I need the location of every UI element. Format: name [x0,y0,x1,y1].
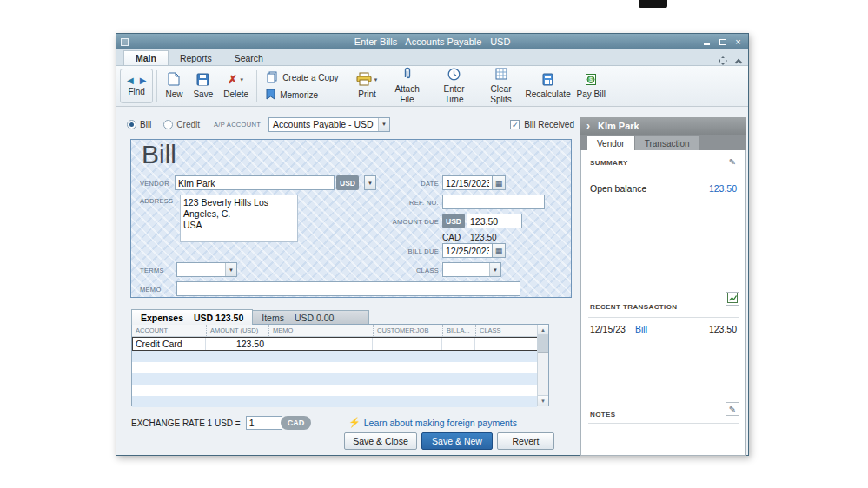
table-row-empty[interactable] [132,373,537,385]
print-icon [356,72,372,89]
pay-bill-button[interactable]: $ Pay Bill [572,67,611,105]
expand-window-icon[interactable] [719,53,727,69]
scroll-up-icon[interactable]: ▲ [538,325,548,335]
dropdown-arrow-icon: ▼ [489,263,500,276]
table-scrollbar[interactable]: ▲ ▼ [537,325,548,406]
converted-currency-label: CAD [442,233,461,242]
svg-text:$: $ [589,76,593,82]
memo-input[interactable] [176,281,520,296]
quick-report-button[interactable] [726,292,739,306]
table-row-empty[interactable] [132,351,537,362]
credit-radio[interactable] [163,120,173,129]
ref-no-input[interactable] [442,195,545,209]
collapse-panel-icon[interactable]: › [586,121,590,131]
bill-radio[interactable] [127,120,136,129]
summary-label: SUMMARY [590,159,628,167]
sidebar-panel: SUMMARY ✎ Open balance 123.50 RECENT TRA… [580,150,746,456]
vendor-input[interactable] [175,175,335,190]
address-line-2: USA [183,220,295,231]
column-account: ACCOUNT [132,325,206,336]
table-row-empty[interactable] [132,362,537,373]
cell-memo[interactable] [268,337,373,351]
sidebar-tab-transaction[interactable]: Transaction [635,136,699,150]
ap-account-label: A/P ACCOUNT [214,121,261,129]
splits-grid-icon [495,68,507,82]
tab-main[interactable]: Main [123,50,169,65]
create-copy-button[interactable]: Create a Copy [266,71,338,85]
paperclip-icon [402,67,413,83]
sidebar-tab-vendor[interactable]: Vendor [587,136,634,150]
cell-account[interactable]: Credit Card [132,337,206,351]
calendar-icon[interactable]: ▦ [493,175,506,190]
table-row[interactable]: Credit Card 123.50 [132,337,548,351]
scrollbar-thumb[interactable] [538,335,548,353]
recalculate-button[interactable]: Recalculate [525,67,572,105]
cell-class[interactable] [475,337,537,351]
class-select[interactable]: ▼ [442,262,501,277]
bill-received-checkbox[interactable]: ✓ [510,120,520,129]
ap-account-select[interactable]: Accounts Payable - USD ▼ [268,117,390,132]
delete-icon: ✗ [228,74,237,87]
recalculate-label: Recalculate [525,89,570,100]
save-new-button[interactable]: Save & New [421,432,493,450]
new-label: New [165,89,182,100]
memorize-button[interactable]: Memorize [266,89,338,102]
cell-customer-job[interactable] [373,337,442,351]
tab-items[interactable]: Items USD 0.00 [253,310,369,325]
attach-file-button[interactable]: Attach File [384,67,431,105]
collapse-ribbon-icon[interactable] [735,58,742,65]
table-row-empty[interactable] [132,396,537,407]
terms-select[interactable]: ▼ [176,262,237,277]
print-dropdown-icon[interactable]: ▼ [374,77,379,83]
table-row-empty[interactable] [132,385,537,396]
enter-time-button[interactable]: Enter Time [431,67,478,105]
column-amount: AMOUNT (USD) [206,325,268,336]
bill-due-label: BILL DUE [366,247,439,255]
bill-heading: Bill [142,140,176,169]
clear-splits-button[interactable]: Clear Splits [478,67,525,105]
revert-button[interactable]: Revert [497,432,554,450]
amount-currency-badge: USD [442,214,465,228]
screen: Enter Bills - Accounts Payable - USD × M… [0,0,868,488]
address-line-1: 123 Beverly Hills Los Angeles, C. [183,197,295,220]
expenses-table: ACCOUNT AMOUNT (USD) MEMO CUSTOMER:JOB B… [131,324,549,406]
exchange-rate-label: EXCHANGE RATE 1 USD = [131,419,241,428]
address-box[interactable]: 123 Beverly Hills Los Angeles, C. USA [180,195,298,242]
edit-summary-button[interactable]: ✎ [726,155,739,168]
print-button[interactable]: ▼ Print [351,67,384,105]
divider [588,175,739,175]
enter-time-label: Enter Time [436,84,473,104]
cell-amount[interactable]: 123.50 [206,337,268,351]
open-balance-value[interactable]: 123.50 [709,183,737,194]
delete-dropdown-icon[interactable]: ▼ [239,77,244,83]
tab-reports[interactable]: Reports [169,50,223,65]
tab-expenses[interactable]: Expenses USD 123.50 [131,309,253,325]
new-icon [168,72,180,89]
bill-due-input[interactable] [442,243,493,258]
find-button[interactable]: ◀ ▶ Find [120,69,153,103]
amount-due-input[interactable] [467,214,522,228]
delete-label: Delete [223,89,248,100]
bill-received-label: Bill Received [524,120,574,129]
foreign-payments-link[interactable]: Learn about making foreign payments [364,418,517,428]
cell-billable[interactable] [442,337,475,351]
recent-transaction-link[interactable]: Bill [635,324,647,334]
scroll-down-icon[interactable]: ▼ [538,395,548,406]
edit-notes-button[interactable]: ✎ [726,402,739,416]
close-button[interactable]: × [732,36,745,47]
recent-transaction-label: RECENT TRANSACTION [590,303,678,311]
forward-arrow-icon[interactable]: ▶ [140,76,147,85]
tab-search[interactable]: Search [223,50,275,65]
exchange-rate-input[interactable] [246,416,282,430]
delete-button[interactable]: ✗ ▼ Delete [218,67,254,105]
save-close-button[interactable]: Save & Close [344,432,417,450]
back-arrow-icon[interactable]: ◀ [127,76,134,85]
minimize-button[interactable] [700,36,713,47]
new-button[interactable]: New [160,67,188,105]
save-button[interactable]: Save [188,67,218,105]
date-input[interactable] [442,175,493,190]
expenses-tab-amount: USD 123.50 [194,313,243,323]
maximize-button[interactable] [716,36,729,47]
memorize-label: Memorize [280,90,318,100]
calendar-icon[interactable]: ▦ [493,243,506,258]
